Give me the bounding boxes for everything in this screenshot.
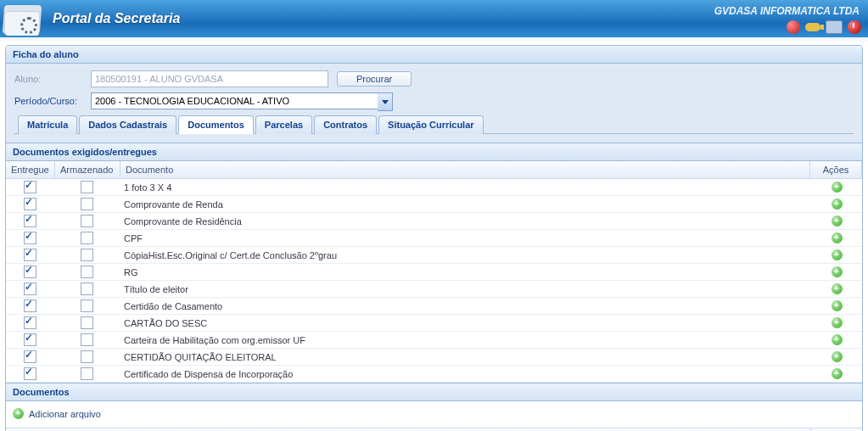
- add-icon[interactable]: [832, 334, 843, 345]
- cell-entregue: [6, 315, 54, 331]
- checkbox-armazenado[interactable]: [81, 266, 93, 278]
- add-icon[interactable]: [832, 182, 843, 193]
- checkbox-entregue[interactable]: [24, 316, 36, 329]
- cell-acoes: [811, 214, 862, 229]
- checkbox-armazenado[interactable]: [81, 333, 93, 346]
- checkbox-entregue[interactable]: [24, 215, 36, 227]
- table-row: Comprovante de Residência: [6, 213, 862, 230]
- checkbox-armazenado[interactable]: [81, 299, 93, 312]
- checkbox-entregue[interactable]: [24, 333, 36, 346]
- checkbox-armazenado[interactable]: [81, 198, 93, 210]
- cell-documento: RG: [119, 266, 811, 279]
- checkbox-entregue[interactable]: [24, 350, 36, 363]
- chevron-down-icon[interactable]: [378, 92, 393, 111]
- grid-header: Entregue Armazenado Documento Ações: [6, 161, 862, 179]
- cell-armazenado: [54, 281, 119, 297]
- periodo-input[interactable]: [91, 92, 386, 109]
- tab-situa-o-curricular[interactable]: Situação Curricular: [378, 115, 483, 134]
- grid-rows: 1 foto 3 X 4Comprovante de RendaComprova…: [6, 179, 862, 383]
- app-logo: [3, 2, 46, 37]
- table-row: Certificado de Dispensa de Incorporação: [6, 366, 862, 383]
- cell-acoes: [811, 299, 862, 314]
- periodo-label: Período/Curso:: [14, 96, 91, 106]
- add-icon[interactable]: [832, 266, 843, 277]
- add-icon[interactable]: [832, 317, 843, 328]
- cell-acoes: [811, 265, 862, 280]
- add-icon[interactable]: [832, 351, 843, 362]
- add-icon[interactable]: [832, 249, 843, 260]
- cell-documento: CERTIDÃO QUITAÇÃO ELEITORAL: [119, 350, 811, 364]
- cell-armazenado: [54, 315, 119, 331]
- checkbox-entregue[interactable]: [24, 232, 36, 244]
- tab-parcelas[interactable]: Parcelas: [255, 115, 312, 134]
- key-icon[interactable]: [805, 23, 820, 31]
- col-documento[interactable]: Documento: [120, 161, 810, 178]
- checkbox-armazenado[interactable]: [81, 316, 93, 329]
- periodo-select[interactable]: [91, 92, 393, 109]
- table-row: Carteira de Habilitação com org.emissor …: [6, 332, 862, 349]
- checkbox-entregue[interactable]: [24, 198, 36, 210]
- cell-acoes: [811, 333, 862, 348]
- checkbox-entregue[interactable]: [24, 266, 36, 278]
- col-acoes[interactable]: Ações: [810, 161, 862, 178]
- cell-entregue: [6, 179, 54, 195]
- tab-documentos[interactable]: Documentos: [178, 115, 254, 134]
- cell-entregue: [6, 196, 54, 212]
- checkbox-armazenado[interactable]: [81, 350, 93, 363]
- cell-documento: Comprovante de Residência: [119, 215, 811, 228]
- checkbox-armazenado[interactable]: [81, 249, 93, 261]
- checkbox-entregue[interactable]: [24, 299, 36, 312]
- cell-documento: Certidão de Casamento: [119, 299, 811, 313]
- cell-entregue: [6, 247, 54, 263]
- table-row: 1 foto 3 X 4: [6, 179, 862, 196]
- checkbox-armazenado[interactable]: [81, 215, 93, 227]
- add-icon[interactable]: [832, 232, 843, 243]
- globe-icon[interactable]: [787, 20, 800, 34]
- cell-armazenado: [54, 230, 119, 246]
- print-icon[interactable]: [826, 20, 843, 34]
- add-icon[interactable]: [832, 368, 843, 379]
- checkbox-entregue[interactable]: [24, 181, 36, 193]
- checkbox-entregue[interactable]: [24, 249, 36, 261]
- cell-documento: 1 foto 3 X 4: [119, 181, 811, 194]
- table-row: CPF: [6, 230, 862, 247]
- table-row: Certidão de Casamento: [6, 298, 862, 315]
- cell-acoes: [811, 316, 862, 331]
- cell-documento: CARTÃO DO SESC: [119, 316, 811, 330]
- top-icons: [787, 20, 861, 34]
- add-icon[interactable]: [832, 283, 843, 294]
- cell-acoes: [811, 367, 862, 382]
- col-armazenado[interactable]: Armazenado: [55, 161, 120, 178]
- tab-contratos[interactable]: Contratos: [314, 115, 377, 134]
- checkbox-armazenado[interactable]: [81, 181, 93, 193]
- cell-armazenado: [54, 298, 119, 314]
- checkbox-armazenado[interactable]: [81, 283, 93, 295]
- row-periodo: Período/Curso:: [14, 92, 854, 109]
- cell-armazenado: [54, 179, 119, 195]
- aluno-input[interactable]: [91, 70, 328, 87]
- add-icon[interactable]: [832, 216, 843, 227]
- main-frame: Ficha do aluno Aluno: Procurar Período/C…: [5, 45, 863, 431]
- checkbox-armazenado[interactable]: [81, 367, 93, 380]
- table-row: CARTÃO DO SESC: [6, 315, 862, 332]
- adicionar-arquivo-link[interactable]: Adicionar arquivo: [13, 408, 101, 419]
- col-entregue[interactable]: Entregue: [6, 161, 55, 178]
- checkbox-armazenado[interactable]: [81, 232, 93, 244]
- cell-documento: Carteira de Habilitação com org.emissor …: [119, 333, 811, 347]
- add-icon[interactable]: [832, 300, 843, 311]
- table-row: RG: [6, 264, 862, 281]
- tab-dados-cadastrais[interactable]: Dados Cadastrais: [79, 115, 176, 134]
- cell-entregue: [6, 264, 54, 280]
- checkbox-entregue[interactable]: [24, 283, 36, 295]
- top-bar: Portal da Secretaria GVDASA INFORMATICA …: [0, 0, 868, 40]
- cell-entregue: [6, 366, 54, 382]
- add-icon[interactable]: [832, 199, 843, 210]
- procurar-button[interactable]: Procurar: [337, 71, 412, 87]
- tab-matr-cula[interactable]: Matrícula: [18, 115, 77, 134]
- checkbox-entregue[interactable]: [24, 367, 36, 380]
- cell-entregue: [6, 332, 54, 348]
- cell-acoes: [811, 197, 862, 212]
- power-icon[interactable]: [848, 20, 861, 34]
- company-name: GVDASA INFORMATICA LTDA: [714, 5, 860, 17]
- adicionar-arquivo-label: Adicionar arquivo: [29, 409, 101, 419]
